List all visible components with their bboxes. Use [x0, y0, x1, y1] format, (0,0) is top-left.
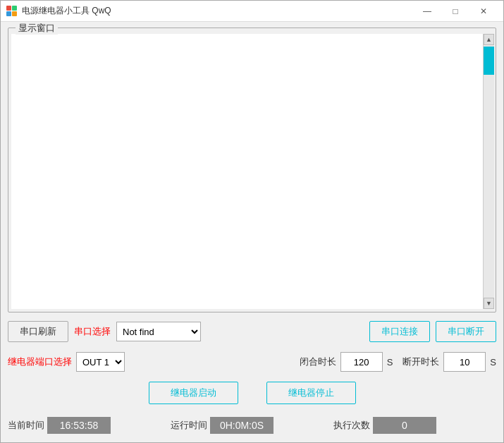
- relay-action-row: 继电器启动 继电器停止: [8, 379, 496, 407]
- display-group-legend: 显示窗口: [16, 22, 58, 35]
- scroll-track[interactable]: [484, 45, 494, 298]
- port-select[interactable]: Not find: [116, 322, 201, 341]
- scroll-down-arrow[interactable]: ▼: [484, 298, 494, 309]
- main-content: 显示窗口 ▲ ▼ 串口刷新 串口选择 Not find 串口连接 串口: [1, 22, 503, 442]
- app-icon: [6, 6, 18, 17]
- relay-stop-button[interactable]: 继电器停止: [266, 382, 356, 404]
- relay-port-label: 继电器端口选择: [8, 356, 72, 368]
- current-time-value: 16:53:58: [47, 417, 111, 434]
- relay-port-select[interactable]: OUT 1 OUT 2 OUT 3 OUT 4: [76, 352, 125, 372]
- port-select-label: 串口选择: [74, 325, 111, 338]
- close-time-input[interactable]: 120: [340, 352, 383, 372]
- scrollbar-vertical[interactable]: ▲ ▼: [483, 34, 494, 309]
- run-time-label: 运行时间: [171, 419, 207, 432]
- minimize-button[interactable]: —: [413, 1, 441, 21]
- open-time-label: 断开时长: [402, 356, 439, 368]
- close-button[interactable]: ✕: [469, 1, 498, 21]
- close-time-unit: S: [387, 357, 393, 368]
- display-textarea[interactable]: [11, 34, 483, 309]
- window-controls: — □ ✕: [413, 1, 498, 21]
- exec-count-value: 0: [373, 417, 436, 434]
- close-time-label: 闭合时长: [300, 356, 336, 368]
- refresh-button[interactable]: 串口刷新: [8, 321, 68, 342]
- relay-controls-row: 继电器端口选择 OUT 1 OUT 2 OUT 3 OUT 4 闭合时长 120…: [8, 351, 496, 373]
- run-time-value: 0H:0M:0S: [210, 417, 273, 434]
- current-time-label: 当前时间: [8, 419, 44, 432]
- display-group: 显示窗口 ▲ ▼: [8, 28, 496, 312]
- run-time-item: 运行时间 0H:0M:0S: [171, 417, 333, 434]
- exec-count-item: 执行次数 0: [333, 417, 496, 434]
- status-row: 当前时间 16:53:58 运行时间 0H:0M:0S 执行次数 0: [8, 413, 496, 437]
- main-window: 电源继电器小工具 QwQ — □ ✕ 显示窗口 ▲ ▼: [0, 0, 504, 443]
- current-time-item: 当前时间 16:53:58: [8, 417, 171, 434]
- display-area-wrapper: ▲ ▼: [8, 32, 496, 310]
- connect-button[interactable]: 串口连接: [369, 321, 430, 342]
- window-title: 电源继电器小工具 QwQ: [22, 5, 413, 17]
- maximize-button[interactable]: □: [441, 1, 469, 21]
- scroll-thumb[interactable]: [484, 47, 494, 75]
- open-time-input[interactable]: 10: [443, 352, 486, 372]
- port-controls-row: 串口刷新 串口选择 Not find 串口连接 串口断开: [8, 318, 496, 345]
- relay-start-button[interactable]: 继电器启动: [149, 382, 238, 404]
- title-bar: 电源继电器小工具 QwQ — □ ✕: [1, 1, 503, 22]
- disconnect-button[interactable]: 串口断开: [436, 321, 496, 342]
- open-time-unit: S: [490, 357, 496, 368]
- scroll-up-arrow[interactable]: ▲: [484, 34, 494, 45]
- exec-count-label: 执行次数: [333, 419, 370, 432]
